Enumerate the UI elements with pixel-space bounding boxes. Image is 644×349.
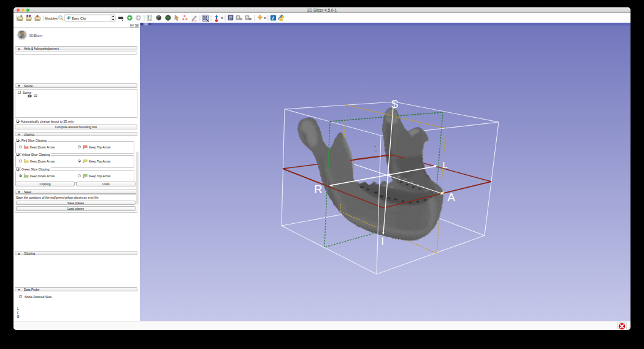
svg-text:A: A <box>448 191 456 204</box>
svg-text:L: L <box>443 159 448 170</box>
svg-text:Modules:: Modules: <box>45 17 59 20</box>
svg-text:R: R <box>314 183 323 196</box>
svg-text:3DSlicer: 3DSlicer <box>29 34 43 37</box>
svg-text:Easy Clip: Easy Clip <box>72 17 86 20</box>
svg-text:I: I <box>381 236 384 247</box>
svg-text:S: S <box>391 98 399 110</box>
